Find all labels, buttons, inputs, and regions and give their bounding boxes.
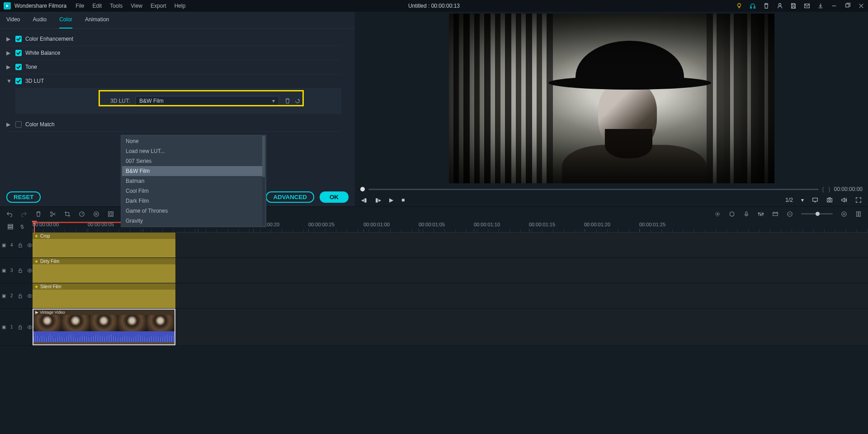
track-body[interactable]: ★Silent Film bbox=[33, 283, 868, 308]
effect-clip[interactable]: ★Silent Film bbox=[33, 283, 175, 308]
3d-lut-dropdown[interactable]: None Load new LUT... 007 Series B&W Film… bbox=[121, 135, 266, 227]
stop-icon[interactable]: ■ bbox=[401, 197, 405, 203]
minimize-icon[interactable] bbox=[831, 3, 837, 9]
svg-rect-19 bbox=[745, 211, 747, 215]
display-icon[interactable] bbox=[812, 197, 818, 203]
track-body[interactable]: ★Dirty Film bbox=[33, 258, 868, 283]
lut-option-bw-film[interactable]: B&W Film bbox=[122, 166, 265, 176]
scrub-track[interactable] bbox=[368, 189, 819, 190]
tab-color[interactable]: Color bbox=[59, 16, 72, 24]
redo-icon[interactable] bbox=[21, 211, 27, 217]
close-icon[interactable] bbox=[858, 3, 864, 9]
menu-export[interactable]: Export bbox=[151, 3, 166, 9]
checkbox-3d-lut[interactable] bbox=[15, 78, 22, 84]
video-preview[interactable] bbox=[449, 14, 774, 183]
checkbox-tone[interactable] bbox=[15, 64, 22, 70]
checkbox-color-enhancement[interactable] bbox=[15, 36, 22, 42]
section-3d-lut[interactable]: ▼ 3D LUT bbox=[6, 74, 341, 88]
headphones-icon[interactable] bbox=[750, 3, 756, 9]
lut-option-batman[interactable]: Batman bbox=[122, 176, 265, 186]
video-clip[interactable]: ▶Vintage Video bbox=[33, 309, 175, 345]
star-icon: ★ bbox=[34, 234, 38, 238]
download-icon[interactable] bbox=[817, 3, 824, 9]
advanced-button[interactable]: ADVANCED bbox=[266, 191, 314, 203]
split-icon[interactable] bbox=[50, 211, 56, 217]
track-body[interactable]: ★Crop bbox=[33, 233, 868, 258]
lut-option-got[interactable]: Game of Thrones bbox=[122, 206, 265, 216]
ruler-tick: 00:00:01:10 bbox=[474, 222, 500, 227]
zoom-out-icon[interactable] bbox=[787, 211, 793, 217]
menu-file[interactable]: File bbox=[75, 3, 84, 9]
zoom-fit-icon[interactable] bbox=[855, 211, 862, 217]
zoom-slider[interactable] bbox=[801, 213, 833, 215]
chevron-down-icon[interactable]: ▾ bbox=[801, 197, 804, 203]
trash-icon[interactable] bbox=[763, 3, 769, 9]
speed-icon[interactable] bbox=[79, 211, 85, 217]
undo-icon[interactable] bbox=[6, 211, 13, 217]
eye-icon[interactable] bbox=[27, 242, 33, 248]
prev-frame-icon[interactable]: ◂▮ bbox=[361, 197, 367, 203]
tab-video[interactable]: Video bbox=[6, 16, 20, 24]
lock-icon[interactable] bbox=[18, 242, 23, 248]
dropdown-scrollbar[interactable] bbox=[262, 136, 265, 226]
3d-lut-select[interactable]: B&W Film ▾ bbox=[135, 96, 279, 106]
lut-option-load[interactable]: Load new LUT... bbox=[122, 146, 265, 156]
maximize-icon[interactable] bbox=[844, 3, 851, 9]
section-color-enhancement[interactable]: ▶ Color Enhancement bbox=[6, 32, 341, 46]
checkbox-color-match[interactable] bbox=[15, 121, 22, 128]
delete-icon[interactable] bbox=[35, 211, 42, 217]
eye-icon[interactable] bbox=[27, 293, 33, 299]
lock-icon[interactable] bbox=[18, 324, 23, 330]
render-icon[interactable] bbox=[772, 211, 778, 217]
menu-edit[interactable]: Edit bbox=[93, 3, 102, 9]
delete-lut-icon[interactable] bbox=[284, 98, 291, 105]
reset-button[interactable]: RESET bbox=[6, 191, 41, 203]
section-white-balance[interactable]: ▶ White Balance bbox=[6, 46, 341, 60]
color-icon[interactable] bbox=[93, 211, 99, 217]
green-screen-icon[interactable] bbox=[108, 211, 114, 217]
eye-icon[interactable] bbox=[27, 267, 33, 274]
page-indicator[interactable]: 1/2 bbox=[785, 197, 793, 203]
save-icon[interactable] bbox=[790, 3, 797, 9]
effect-clip[interactable]: ★Dirty Film bbox=[33, 258, 175, 283]
lut-option-dark-film[interactable]: Dark Film bbox=[122, 196, 265, 206]
lut-option-none[interactable]: None bbox=[122, 136, 265, 146]
section-color-match[interactable]: ▶ Color Match bbox=[6, 118, 341, 132]
tab-audio[interactable]: Audio bbox=[33, 16, 47, 24]
menu-help[interactable]: Help bbox=[175, 3, 186, 9]
mixer-icon[interactable] bbox=[758, 211, 764, 217]
checkbox-white-balance[interactable] bbox=[15, 50, 22, 56]
track-manager-icon[interactable] bbox=[7, 224, 14, 230]
lut-option-gravity[interactable]: Gravity bbox=[122, 216, 265, 226]
section-tone[interactable]: ▶ Tone bbox=[6, 60, 341, 74]
menu-view[interactable]: View bbox=[131, 3, 142, 9]
zoom-in-icon[interactable] bbox=[841, 211, 847, 217]
ok-button[interactable]: OK bbox=[320, 191, 349, 203]
effect-clip[interactable]: ★Crop bbox=[33, 233, 175, 258]
lut-option-007[interactable]: 007 Series bbox=[122, 156, 265, 166]
svg-rect-33 bbox=[19, 270, 21, 272]
menu-tools[interactable]: Tools bbox=[110, 3, 123, 9]
track-body[interactable]: ▶Vintage Video bbox=[33, 309, 868, 345]
crop-icon[interactable] bbox=[64, 211, 71, 217]
mic-icon[interactable] bbox=[743, 211, 750, 217]
lock-icon[interactable] bbox=[18, 267, 23, 274]
lut-option-cool-film[interactable]: Cool Film bbox=[122, 186, 265, 196]
play-icon[interactable]: ▶ bbox=[389, 197, 393, 203]
tab-animation[interactable]: Animation bbox=[85, 16, 109, 24]
fullscreen-icon[interactable] bbox=[855, 197, 862, 203]
lock-icon[interactable] bbox=[18, 293, 23, 299]
auto-icon[interactable] bbox=[714, 211, 721, 217]
mail-icon[interactable] bbox=[804, 3, 810, 9]
link-icon[interactable] bbox=[19, 224, 25, 230]
next-frame-icon[interactable]: ▮▸ bbox=[375, 197, 381, 203]
user-icon[interactable] bbox=[777, 3, 783, 9]
marker-icon[interactable] bbox=[729, 211, 735, 217]
lightbulb-icon[interactable] bbox=[736, 3, 742, 9]
in-out-braces[interactable]: { } bbox=[822, 186, 830, 192]
snapshot-icon[interactable] bbox=[826, 197, 833, 203]
volume-icon[interactable] bbox=[841, 197, 847, 203]
eye-icon[interactable] bbox=[27, 324, 33, 330]
reset-lut-icon[interactable] bbox=[294, 98, 301, 105]
scrub-handle[interactable] bbox=[360, 187, 365, 191]
